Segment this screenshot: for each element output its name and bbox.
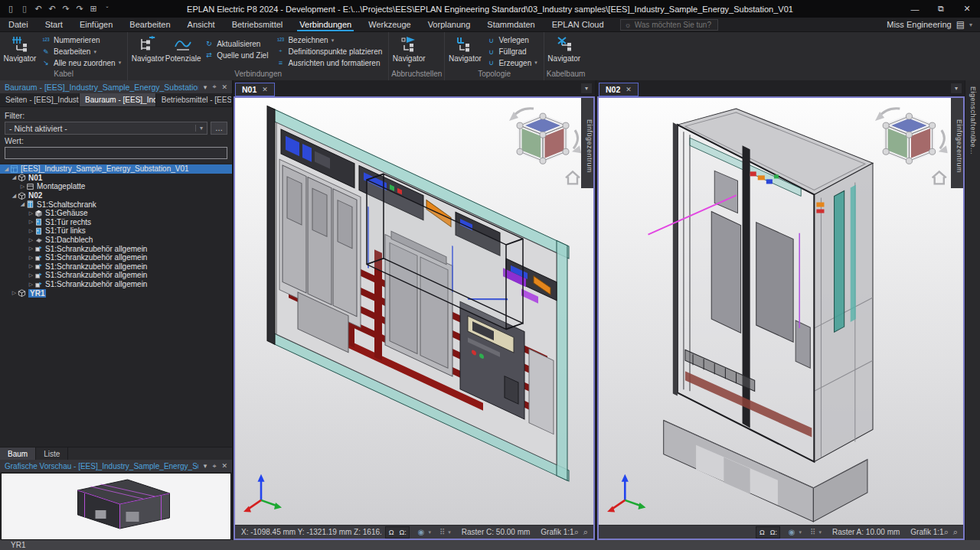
quelle-und-ziel-button[interactable]: ⇄Quelle und Ziel — [202, 50, 270, 60]
zoom-fit-icon[interactable]: ⌕ — [953, 527, 958, 537]
filter-more-button[interactable]: … — [211, 122, 227, 135]
chevron-down-icon[interactable]: ▾ — [799, 529, 802, 535]
erzeugen-button[interactable]: ∪Erzeugen▾ — [484, 57, 539, 68]
tree-expander-icon[interactable]: ▷ — [28, 272, 34, 278]
alle-neu-zuordnen-button[interactable]: ↘Alle neu zuordnen▾ — [39, 57, 123, 68]
zoom-window-icon[interactable]: ⌕ — [944, 527, 949, 537]
tree-expander-icon[interactable]: ▷ — [28, 210, 34, 216]
undo-list-icon[interactable]: ↶ — [32, 3, 44, 15]
snap-magnet-icon[interactable]: Ω — [386, 527, 397, 538]
redo-icon[interactable]: ↷ — [60, 3, 72, 15]
tree-item-zubehoer[interactable]: ▷S1:Schrankzubehör allgemein — [0, 244, 232, 253]
tab-liste[interactable]: Liste — [36, 447, 68, 460]
bezeichnen-button[interactable]: ¹²³Bezeichnen▾ — [273, 35, 384, 46]
tree-expander-icon[interactable]: ▷ — [28, 237, 34, 243]
minimize-button[interactable]: — — [902, 0, 928, 18]
tree-item-dachblech[interactable]: ▷S1:Dachblech — [0, 236, 232, 245]
kabelbaum-navigator-button[interactable]: Navigator — [547, 34, 582, 70]
ausrichten-und-formatieren-button[interactable]: ≡Ausrichten und formatieren — [273, 57, 384, 68]
tree-expander-icon[interactable]: ◢ — [3, 166, 10, 172]
tab-close-icon[interactable]: ✕ — [626, 86, 632, 93]
definitionspunkte-platzieren-button[interactable]: ⁺Definitionspunkte platzieren — [273, 47, 384, 57]
search-box[interactable]: ☼ — [620, 19, 718, 31]
tree-item-yr1[interactable]: ▷YR1 — [0, 288, 232, 298]
tree-item-zubehoer[interactable]: ▷S1:Schrankzubehör allgemein — [0, 253, 232, 262]
grafik-scale-indicator[interactable]: Grafik 1:1 — [910, 528, 943, 536]
tree-expander-icon[interactable]: ▷ — [28, 246, 34, 252]
grid-icon[interactable]: ⠿ — [439, 528, 444, 536]
restore-button[interactable]: ⧉ — [928, 0, 954, 18]
tab-betriebsmittel[interactable]: Betriebsmittel - [EES]_Ind... — [156, 93, 232, 106]
tree-item-tuer-links[interactable]: ▷S1:Tür links — [0, 226, 232, 236]
potenziale-button[interactable]: Potenziale — [165, 34, 201, 70]
tree-expander-icon[interactable]: ◢ — [19, 201, 26, 207]
wert-input[interactable] — [5, 147, 227, 159]
search-input[interactable] — [635, 21, 736, 29]
tree-expander-icon[interactable]: ▷ — [11, 290, 18, 296]
filter-select[interactable]: - Nicht aktiviert - ▾ — [5, 122, 207, 135]
3d-canvas-n01[interactable]: Einfügezentrum — [235, 98, 593, 525]
zoom-window-icon[interactable]: ⌕ — [574, 527, 579, 537]
tab-verbindungen[interactable]: Verbindungen — [291, 18, 360, 31]
tree-item-schaltschrank[interactable]: ◢S1:Schaltschrank — [0, 200, 232, 209]
tree-item-project[interactable]: ◢[EES]_Industry_Sample_Energy_Substation… — [0, 164, 232, 174]
insert-table-icon[interactable]: ⊞ — [87, 3, 100, 15]
tree-expander-icon[interactable]: ▷ — [28, 263, 34, 269]
tab-ansicht[interactable]: Ansicht — [179, 18, 224, 31]
graphical-preview[interactable] — [1, 473, 231, 540]
tree-expander-icon[interactable]: ◢ — [11, 174, 18, 181]
tree-expander-icon[interactable]: ◢ — [11, 193, 18, 199]
redo-list-icon[interactable]: ↷ — [74, 3, 86, 15]
snap-magnet-icon[interactable]: Ω — [756, 527, 768, 538]
tree-expander-icon[interactable]: ▷ — [28, 228, 34, 234]
tab-start[interactable]: Start — [37, 18, 71, 31]
tab-seiten[interactable]: Seiten - [EES]_Industry_Sa... — [0, 93, 80, 106]
tab-eplan-cloud[interactable]: EPLAN Cloud — [544, 18, 612, 31]
tab-vorplanung[interactable]: Vorplanung — [420, 18, 479, 31]
tree-item-n01[interactable]: ◢N01 — [0, 174, 232, 183]
tree-item-montageplatte[interactable]: ▷Montageplatte — [0, 182, 232, 191]
3d-canvas-n02[interactable]: Einfügezentrum — [599, 98, 963, 525]
tab-stammdaten[interactable]: Stammdaten — [479, 18, 543, 31]
tab-bearbeiten[interactable]: Bearbeiten — [121, 18, 178, 31]
tree-item-tuer-rechts[interactable]: ▷S1:Tür rechts — [0, 218, 232, 227]
chevron-down-icon[interactable]: ▾ — [818, 529, 822, 535]
einfuegezentrum-tab[interactable]: Einfügezentrum — [951, 98, 963, 188]
tree-expander-icon[interactable]: ▷ — [28, 255, 34, 261]
tab-werkzeuge[interactable]: Werkzeuge — [360, 18, 419, 31]
tab-datei[interactable]: Datei — [0, 18, 37, 31]
tab-list-caret-icon[interactable]: ▾ — [951, 83, 962, 93]
tree-expander-icon[interactable]: ▷ — [28, 219, 34, 225]
tree-expander-icon[interactable]: ▷ — [28, 282, 34, 288]
visibility-icon[interactable]: ◉ — [789, 528, 795, 536]
panel-menu-icon[interactable]: ▾ — [204, 462, 207, 470]
tab-betriebsmittel[interactable]: Betriebsmittel — [224, 18, 292, 31]
fuellgrad-button[interactable]: ∪Füllgrad — [484, 47, 539, 57]
tree-item-zubehoer[interactable]: ▷S1:Schrankzubehör allgemein — [0, 262, 232, 272]
tree-item-zubehoer[interactable]: ▷S1:Schrankzubehör allgemein — [0, 280, 232, 289]
grid-icon[interactable]: ⠿ — [810, 528, 815, 536]
open-document-icon[interactable]: ▯ — [18, 3, 31, 15]
object-snap-icon[interactable]: Ω: — [397, 527, 409, 538]
customize-toolbar-icon[interactable]: ˇ — [101, 3, 113, 15]
chevron-down-icon[interactable]: ▾ — [428, 529, 431, 535]
nummerieren-button[interactable]: ¹²³Nummerieren — [39, 35, 123, 46]
tab-einfuegen[interactable]: Einfügen — [71, 18, 121, 31]
visibility-icon[interactable]: ◉ — [418, 528, 425, 536]
pin-icon[interactable]: ⌖ — [212, 83, 216, 91]
tab-list-caret-icon[interactable]: ▾ — [581, 83, 592, 93]
user-area[interactable]: Miss Engineering ▤ ▾ — [887, 18, 980, 31]
zoom-fit-icon[interactable]: ⌕ — [583, 527, 588, 537]
undo-icon[interactable]: ↶ — [46, 3, 58, 15]
panel-menu-icon[interactable]: ▾ — [204, 83, 207, 91]
raster-indicator[interactable]: Raster A: 10.00 mm — [832, 528, 900, 536]
close-button[interactable]: ✕ — [954, 0, 980, 18]
aktualisieren-button[interactable]: ↻Aktualisieren — [202, 38, 270, 49]
abbruchstellen-navigator-button[interactable]: Navigator ▾ — [391, 34, 426, 70]
tree-item-n02[interactable]: ◢N02 — [0, 191, 232, 200]
grafik-scale-indicator[interactable]: Grafik 1:1 — [541, 528, 573, 536]
chevron-down-icon[interactable]: ▾ — [448, 529, 451, 535]
tab-close-icon[interactable]: ✕ — [262, 86, 268, 93]
raster-indicator[interactable]: Raster C: 50.00 mm — [462, 528, 530, 536]
close-icon[interactable]: ✕ — [221, 83, 227, 91]
